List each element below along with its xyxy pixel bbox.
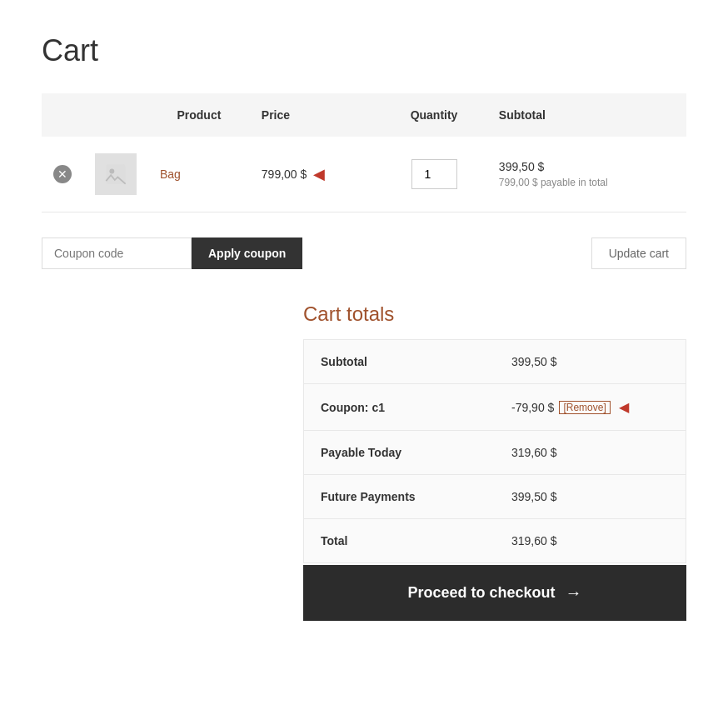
totals-label: Subtotal xyxy=(304,340,496,384)
apply-coupon-button[interactable]: Apply coupon xyxy=(192,238,302,269)
checkout-arrow-icon: → xyxy=(566,583,582,602)
cart-totals: Cart totals Subtotal399,50 $Coupon: c1-7… xyxy=(303,302,686,621)
coupon-discount-value: -79,90 $ xyxy=(511,401,554,414)
price-arrow-icon: ◀ xyxy=(313,165,325,183)
cart-table: Product Price Quantity Subtotal ✕ Ba xyxy=(42,93,686,212)
image-cell xyxy=(83,137,148,212)
quantity-cell xyxy=(381,137,487,212)
svg-point-1 xyxy=(109,169,114,174)
totals-value: 319,60 $ xyxy=(495,519,686,563)
coupon-remove-arrow-icon: ◀ xyxy=(619,399,629,415)
table-row: ✕ Bag 799,00 $ ◀ xyxy=(42,137,686,212)
checkout-button[interactable]: Proceed to checkout → xyxy=(303,565,686,621)
page-title: Cart xyxy=(42,33,686,68)
coupon-input[interactable] xyxy=(42,238,192,269)
coupon-discount-wrapper: -79,90 $ [Remove]◀ xyxy=(511,399,629,415)
totals-row: Subtotal399,50 $ xyxy=(304,340,686,384)
totals-label: Total xyxy=(304,519,496,563)
col-subtotal-header: Subtotal xyxy=(487,93,686,137)
totals-value: -79,90 $ [Remove]◀ xyxy=(495,384,686,431)
totals-row: Payable Today319,60 $ xyxy=(304,431,686,475)
totals-label: Coupon: c1 xyxy=(304,384,496,431)
totals-row: Future Payments399,50 $ xyxy=(304,475,686,519)
cart-totals-title: Cart totals xyxy=(303,302,686,326)
checkout-label: Proceed to checkout xyxy=(407,584,555,602)
subtotal-value: 399,50 $ xyxy=(499,160,675,173)
product-link[interactable]: Bag xyxy=(160,168,181,181)
cart-totals-section: Cart totals Subtotal399,50 $Coupon: c1-7… xyxy=(42,302,686,621)
totals-value: 319,60 $ xyxy=(495,431,686,475)
price-cell: 799,00 $ ◀ xyxy=(250,137,381,212)
remove-cell: ✕ xyxy=(42,137,83,212)
col-price-header: Price xyxy=(250,93,381,137)
totals-label: Future Payments xyxy=(304,475,496,519)
totals-value: 399,50 $ xyxy=(495,475,686,519)
coupon-left: Apply coupon xyxy=(42,238,302,269)
coupon-row: Apply coupon Update cart xyxy=(42,238,686,269)
update-cart-button[interactable]: Update cart xyxy=(591,238,686,269)
col-remove-header xyxy=(42,93,83,137)
totals-row: Total319,60 $ xyxy=(304,519,686,563)
totals-table: Subtotal399,50 $Coupon: c1-79,90 $ [Remo… xyxy=(303,339,686,563)
subtotal-cell: 399,50 $ 799,00 $ payable in total xyxy=(487,137,686,212)
quantity-input[interactable] xyxy=(411,159,457,189)
subtotal-note: 799,00 $ payable in total xyxy=(499,177,675,188)
totals-row: Coupon: c1-79,90 $ [Remove]◀ xyxy=(304,384,686,431)
col-product-header: Product xyxy=(148,93,250,137)
price-value: 799,00 $ xyxy=(262,168,307,181)
product-image xyxy=(95,153,137,195)
totals-label: Payable Today xyxy=(304,431,496,475)
remove-coupon-link[interactable]: [Remove] xyxy=(559,401,610,414)
col-image-header xyxy=(83,93,148,137)
product-name-cell: Bag xyxy=(148,137,250,212)
remove-item-button[interactable]: ✕ xyxy=(53,165,72,183)
totals-value: 399,50 $ xyxy=(495,340,686,384)
col-quantity-header: Quantity xyxy=(381,93,487,137)
